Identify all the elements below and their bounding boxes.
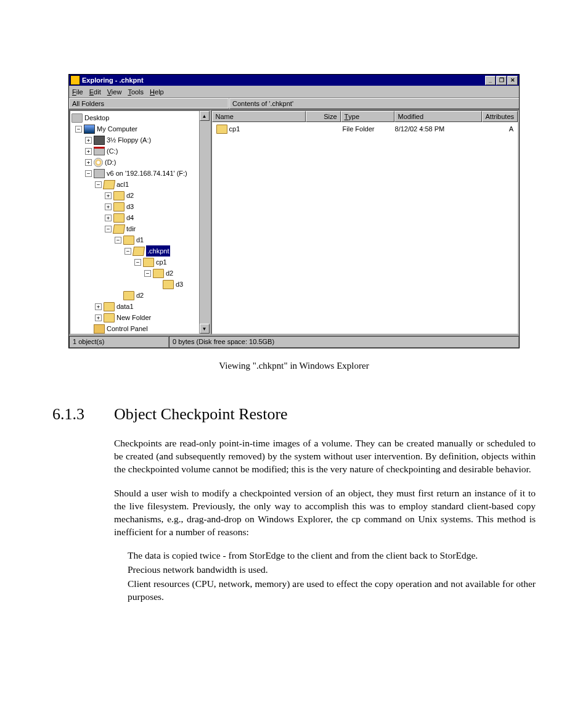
- right-pane-header: Contents of '.chkpnt': [229, 98, 519, 109]
- folder-icon: [143, 258, 154, 267]
- folder-icon: [113, 191, 125, 200]
- titlebar[interactable]: Exploring - .chkpnt _ ❐ ✕: [69, 75, 519, 86]
- col-modified[interactable]: Modified: [394, 111, 482, 122]
- menu-view[interactable]: View: [107, 88, 122, 96]
- netdrive-icon: [94, 169, 105, 178]
- folder-icon: [123, 236, 134, 245]
- status-space: 0 bytes (Disk free space: 10.5GB): [169, 336, 519, 348]
- folder-icon: [104, 302, 115, 311]
- tree-d3[interactable]: +d3: [105, 201, 210, 212]
- menu-tools[interactable]: Tools: [128, 88, 144, 96]
- expand-icon[interactable]: +: [95, 314, 102, 321]
- expand-icon[interactable]: +: [85, 159, 92, 166]
- expand-icon[interactable]: +: [105, 203, 112, 210]
- scroll-down-button[interactable]: ▼: [200, 324, 210, 334]
- explorer-window: Exploring - .chkpnt _ ❐ ✕ File Edit View…: [68, 74, 520, 348]
- tree-netdrive[interactable]: −v6 on '192.168.74.141' (F:): [85, 168, 210, 179]
- figure-caption: Viewing ".chkpnt" in Windows Explorer: [52, 361, 536, 371]
- left-pane-header: All Folders: [69, 98, 229, 109]
- collapse-icon[interactable]: −: [95, 181, 102, 188]
- col-name[interactable]: Name: [212, 111, 306, 122]
- tree-tdir[interactable]: −tdir: [105, 223, 210, 234]
- tree-d2[interactable]: +d2: [105, 190, 210, 201]
- tree-d1[interactable]: −d1: [115, 234, 210, 245]
- col-attributes[interactable]: Attributes: [482, 111, 518, 122]
- collapse-icon[interactable]: −: [85, 170, 92, 177]
- folder-tree-pane[interactable]: Desktop −My Computer +3½ Floppy (A:) +(C…: [69, 110, 211, 335]
- tree-drive-c[interactable]: +(C:): [85, 146, 210, 157]
- list-header: Name Size Type Modified Attributes: [212, 111, 518, 122]
- list-row[interactable]: cp1 File Folder 8/12/02 4:58 PM A: [213, 123, 517, 134]
- close-button[interactable]: ✕: [507, 76, 518, 85]
- col-type[interactable]: Type: [341, 111, 394, 122]
- collapse-icon[interactable]: −: [144, 270, 151, 277]
- menu-edit[interactable]: Edit: [89, 88, 101, 96]
- status-objects: 1 object(s): [69, 336, 169, 348]
- minimize-button[interactable]: _: [485, 76, 496, 85]
- tree-chkpnt[interactable]: −.chkpnt: [125, 245, 210, 257]
- menu-file[interactable]: File: [72, 88, 83, 96]
- collapse-icon[interactable]: −: [134, 259, 141, 266]
- folder-icon: [216, 125, 227, 134]
- expand-icon[interactable]: +: [85, 148, 92, 155]
- expand-icon[interactable]: +: [95, 303, 102, 310]
- folder-icon: [123, 291, 134, 300]
- collapse-icon[interactable]: −: [125, 248, 131, 255]
- restore-button[interactable]: ❐: [496, 76, 507, 85]
- folder-icon: [113, 202, 125, 211]
- folder-open-icon: [113, 224, 125, 234]
- controlpanel-icon: [94, 324, 105, 334]
- paragraph: Should a user wish to modify a checkpoin…: [114, 487, 536, 539]
- desktop-icon: [71, 113, 83, 123]
- col-size[interactable]: Size: [306, 111, 341, 122]
- tree-data1[interactable]: +data1: [95, 301, 210, 312]
- list-item: The data is copied twice - from StorEdge…: [128, 549, 536, 562]
- folder-icon: [163, 280, 174, 289]
- folder-icon: [153, 269, 164, 278]
- collapse-icon[interactable]: −: [75, 126, 82, 133]
- folder-icon: [113, 213, 125, 223]
- list-item: Precious network bandwidth is used.: [128, 564, 536, 577]
- folder-open-icon: [133, 247, 145, 256]
- tree-printers[interactable]: Printers: [85, 334, 210, 335]
- computer-icon: [84, 125, 95, 134]
- app-icon: [70, 75, 80, 85]
- window-title: Exploring - .chkpnt: [82, 76, 144, 84]
- cd-icon: [94, 158, 103, 167]
- tree-floppy[interactable]: +3½ Floppy (A:): [85, 134, 210, 146]
- scroll-up-button[interactable]: ▲: [200, 111, 210, 121]
- menubar: File Edit View Tools Help: [69, 86, 519, 98]
- tree-desktop[interactable]: Desktop: [71, 112, 210, 123]
- expand-icon[interactable]: +: [105, 215, 112, 221]
- section-number: 6.1.3: [52, 405, 114, 424]
- paragraph: Checkpoints are read-only point-in-time …: [114, 437, 536, 476]
- folder-icon: [104, 313, 115, 322]
- tree-mycomputer[interactable]: −My Computer: [75, 123, 210, 134]
- tree-d4[interactable]: +d4: [105, 212, 210, 223]
- expand-icon[interactable]: +: [105, 192, 112, 199]
- collapse-icon[interactable]: −: [105, 226, 112, 232]
- menu-help[interactable]: Help: [150, 88, 164, 96]
- tree-d2c[interactable]: d2: [115, 290, 210, 301]
- drive-icon: [94, 147, 105, 155]
- statusbar: 1 object(s) 0 bytes (Disk free space: 10…: [69, 335, 519, 348]
- tree-newfolder[interactable]: +New Folder: [95, 312, 210, 323]
- tree-controlpanel[interactable]: Control Panel: [85, 323, 210, 334]
- tree-drive-d[interactable]: +(D:): [85, 157, 210, 168]
- tree-acl1[interactable]: −acl1: [95, 179, 210, 190]
- list-item: Client resources (CPU, network, memory) …: [128, 578, 536, 604]
- collapse-icon[interactable]: −: [115, 237, 121, 244]
- expand-icon[interactable]: +: [85, 137, 92, 144]
- section-title: Object Checkpoint Restore: [114, 405, 288, 424]
- file-list-pane[interactable]: Name Size Type Modified Attributes cp1 F…: [211, 110, 519, 335]
- tree-scrollbar[interactable]: ▲ ▼: [199, 111, 210, 334]
- folder-open-icon: [103, 180, 115, 189]
- tree-cp1[interactable]: −cp1: [134, 257, 210, 268]
- section-heading: 6.1.3 Object Checkpoint Restore: [52, 405, 536, 424]
- floppy-icon: [94, 136, 105, 145]
